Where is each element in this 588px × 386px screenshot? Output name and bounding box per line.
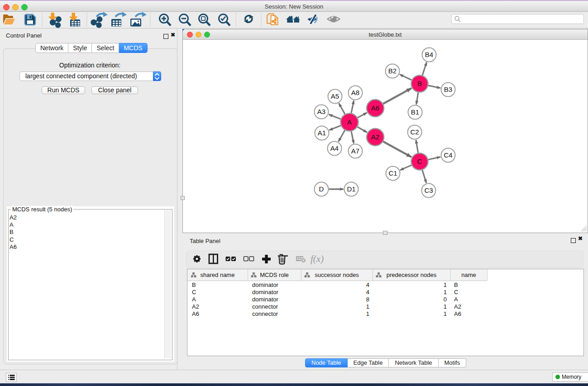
svg-text:C: C	[417, 157, 422, 165]
svg-text:B4: B4	[425, 51, 433, 58]
svg-text:C3: C3	[424, 186, 433, 194]
svg-text:A2: A2	[371, 133, 379, 141]
svg-text:B: B	[417, 80, 422, 87]
svg-text:A1: A1	[318, 129, 326, 137]
svg-text:A3: A3	[317, 108, 325, 115]
svg-text:f(x): f(x)	[311, 253, 324, 264]
svg-text:A6: A6	[371, 104, 379, 112]
svg-text:A8: A8	[351, 89, 359, 96]
svg-text:A5: A5	[331, 92, 339, 100]
svg-text:C4: C4	[444, 151, 452, 159]
svg-text:A4: A4	[330, 144, 339, 152]
svg-text:D: D	[319, 185, 324, 193]
svg-text:B1: B1	[411, 108, 419, 116]
svg-text:A7: A7	[351, 147, 359, 155]
svg-text:D1: D1	[347, 185, 355, 193]
svg-text:C2: C2	[410, 128, 419, 136]
svg-text:B2: B2	[388, 67, 397, 75]
svg-text:A: A	[347, 118, 352, 126]
svg-text:B3: B3	[444, 86, 452, 93]
svg-text:C1: C1	[388, 169, 397, 177]
